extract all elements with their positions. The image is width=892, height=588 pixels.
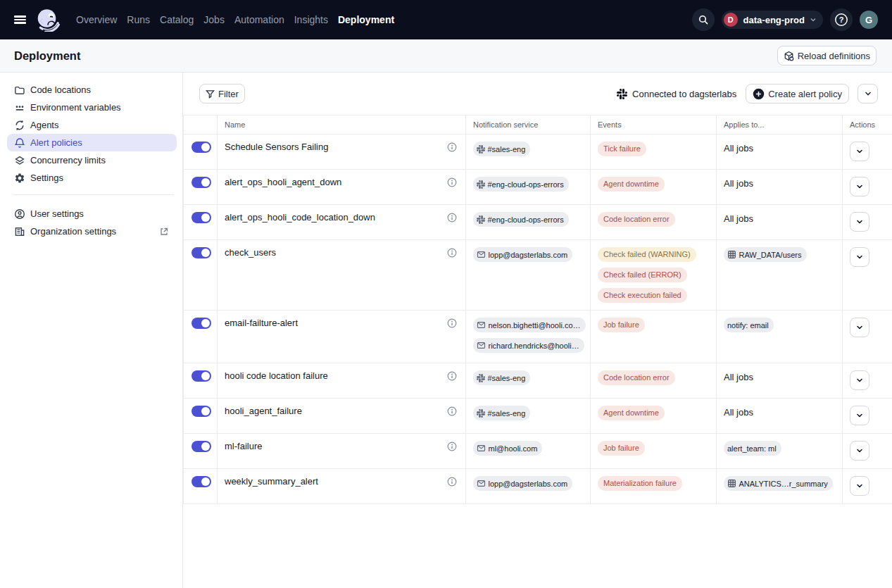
svg-text:?: ? <box>839 15 844 24</box>
